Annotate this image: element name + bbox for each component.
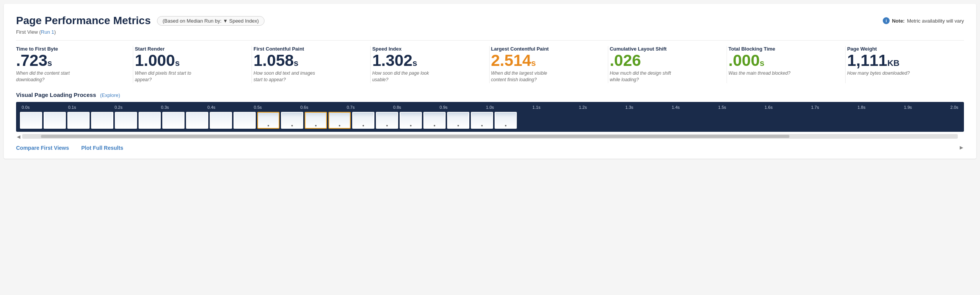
first-view-text: First View ( — [16, 29, 41, 35]
timeline-label: 2.0s — [949, 105, 960, 110]
median-run-button[interactable]: (Based on Median Run by: ▼ Speed Index) — [157, 16, 265, 26]
metric-value-start_render: 1.000s — [135, 52, 245, 69]
timeline-label: 1.0s — [484, 105, 496, 110]
metric-cls: Cumulative Layout Shift.026How much did … — [608, 46, 727, 83]
timeline-label: 1.6s — [763, 105, 774, 110]
metric-label-fcp: First Contentful Paint — [253, 46, 363, 52]
filmstrip-frame-3[interactable] — [91, 112, 113, 129]
visual-section: Visual Page Loading Process (Explore) 0.… — [16, 92, 964, 139]
metric-page_weight: Page Weight1,111KBHow many bytes downloa… — [846, 46, 964, 83]
metric-desc-fcp: How soon did text and images start to ap… — [253, 70, 322, 83]
filmstrip-frames — [20, 112, 960, 129]
filmstrip-frame-0[interactable] — [20, 112, 42, 129]
metric-desc-start_render: When did pixels first start to appear? — [135, 70, 204, 83]
metric-label-ttfb: Time to First Byte — [16, 46, 126, 52]
timeline-label: 0.6s — [299, 105, 310, 110]
metric-label-tbt: Total Blocking Time — [728, 46, 838, 52]
timeline-label: 1.9s — [902, 105, 914, 110]
frame-inner-6 — [163, 113, 184, 128]
plot-full-results-link[interactable]: Plot Full Results — [81, 145, 123, 151]
metric-lcp: Largest Contentful Paint2.514sWhen did t… — [490, 46, 608, 83]
filmstrip-frame-20[interactable] — [495, 112, 517, 129]
frame-dot-17 — [434, 125, 435, 126]
metric-tbt: Total Blocking Time.000sWas the main thr… — [727, 46, 846, 83]
metric-value-lcp: 2.514s — [491, 52, 601, 69]
metric-start_render: Start Render1.000sWhen did pixels first … — [133, 46, 252, 83]
frame-dot-13 — [339, 125, 340, 126]
metric-label-start_render: Start Render — [135, 46, 245, 52]
timeline-label: 0.3s — [159, 105, 171, 110]
metric-desc-lcp: When did the largest visible content fin… — [491, 70, 560, 83]
timeline-label: 1.7s — [809, 105, 821, 110]
metric-desc-speed_index: How soon did the page look usable? — [372, 70, 441, 83]
scroll-left-arrow[interactable]: ◀ — [17, 134, 20, 139]
timeline-label: 0.5s — [252, 105, 263, 110]
filmstrip-frame-8[interactable] — [210, 112, 232, 129]
frame-inner-5 — [139, 113, 160, 128]
frame-inner-7 — [187, 113, 207, 128]
filmstrip-frame-7[interactable] — [186, 112, 208, 129]
frame-dot-15 — [386, 125, 388, 126]
footer-links: Compare First Views Plot Full Results — [16, 145, 964, 151]
timeline-label: 0.1s — [66, 105, 78, 110]
filmstrip-frame-2[interactable] — [67, 112, 90, 129]
metric-value-speed_index: 1.302s — [372, 52, 482, 69]
filmstrip-frame-16[interactable] — [400, 112, 422, 129]
filmstrip-frame-15[interactable] — [376, 112, 398, 129]
scrollbar-thumb[interactable] — [41, 135, 789, 138]
compare-first-views-link[interactable]: Compare First Views — [16, 145, 69, 151]
timeline-label: 0.0s — [20, 105, 31, 110]
filmstrip-frame-13[interactable] — [328, 112, 351, 129]
scroll-right-arrow[interactable]: ▶ — [960, 145, 963, 150]
metric-speed_index: Speed Index1.302sHow soon did the page l… — [371, 46, 489, 83]
timeline-label: 1.8s — [856, 105, 867, 110]
filmstrip-frame-18[interactable] — [447, 112, 469, 129]
metric-ttfb: Time to First Byte.723sWhen did the cont… — [16, 46, 133, 83]
filmstrip-frame-19[interactable] — [471, 112, 493, 129]
frame-dot-20 — [505, 125, 506, 126]
metric-value-ttfb: .723s — [16, 52, 126, 69]
note-text: Metric availability will vary — [907, 18, 964, 24]
header-row: Page Performance Metrics (Based on Media… — [16, 15, 964, 27]
scrollbar[interactable] — [22, 134, 958, 139]
metric-fcp: First Contentful Paint1.058sHow soon did… — [252, 46, 371, 83]
frame-dot-19 — [481, 125, 483, 126]
metrics-grid: Time to First Byte.723sWhen did the cont… — [16, 40, 964, 83]
frame-dot-11 — [291, 125, 293, 126]
run-link[interactable]: Run 1 — [41, 29, 54, 35]
timeline-label: 0.7s — [345, 105, 356, 110]
metric-value-fcp: 1.058s — [253, 52, 363, 69]
timeline-label: 1.5s — [716, 105, 728, 110]
frame-inner-0 — [21, 113, 41, 128]
filmstrip-frame-1[interactable] — [44, 112, 66, 129]
timeline-label: 1.2s — [577, 105, 589, 110]
frame-inner-4 — [116, 113, 136, 128]
scrollbar-wrapper: ◀ ▶ — [22, 134, 958, 139]
explore-link[interactable]: (Explore) — [100, 92, 120, 98]
filmstrip-frame-10[interactable] — [257, 112, 279, 129]
metric-desc-cls: How much did the design shift while load… — [610, 70, 679, 83]
frame-dot-16 — [410, 125, 412, 126]
filmstrip-frame-9[interactable] — [234, 112, 256, 129]
timeline-label: 1.4s — [670, 105, 681, 110]
filmstrip-frame-4[interactable] — [115, 112, 137, 129]
filmstrip-frame-17[interactable] — [423, 112, 446, 129]
filmstrip-frame-12[interactable] — [305, 112, 327, 129]
metric-value-page_weight: 1,111KB — [847, 52, 957, 69]
frame-dot-14 — [363, 125, 364, 126]
filmstrip-frame-11[interactable] — [281, 112, 303, 129]
metric-label-page_weight: Page Weight — [847, 46, 957, 52]
frame-inner-9 — [234, 113, 255, 128]
close-paren: ) — [54, 29, 56, 35]
metric-desc-tbt: Was the main thread blocked? — [728, 70, 797, 77]
timeline-label: 0.8s — [391, 105, 403, 110]
filmstrip-frame-14[interactable] — [352, 112, 374, 129]
info-icon: i — [883, 17, 890, 24]
metric-value-cls: .026 — [610, 52, 720, 69]
timeline-label: 1.3s — [624, 105, 635, 110]
filmstrip-frame-5[interactable] — [139, 112, 161, 129]
page-title: Page Performance Metrics — [16, 15, 151, 27]
filmstrip-frame-6[interactable] — [162, 112, 185, 129]
frame-inner-2 — [68, 113, 89, 128]
timeline-label: 0.9s — [438, 105, 449, 110]
